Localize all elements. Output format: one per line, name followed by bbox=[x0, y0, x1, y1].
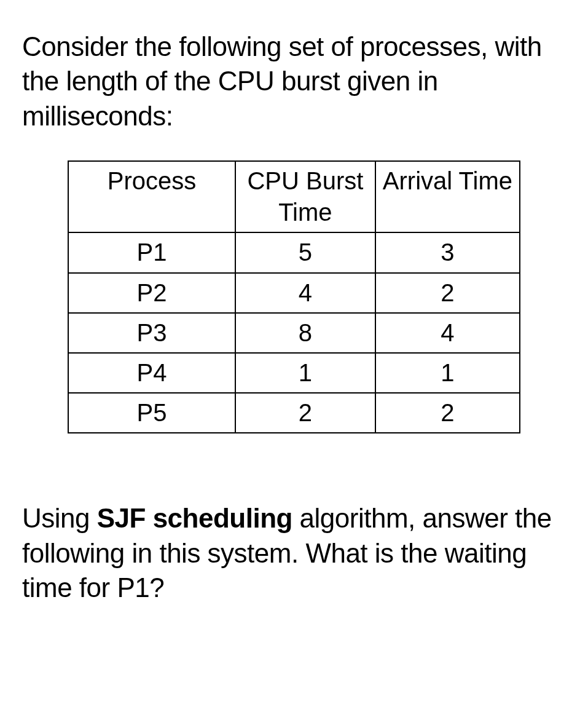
question-prefix: Using bbox=[22, 503, 97, 533]
process-table: Process CPU Burst Time Arrival Time P1 5… bbox=[68, 160, 520, 433]
table-header-row: Process CPU Burst Time Arrival Time bbox=[68, 161, 520, 232]
question-paragraph: Using SJF scheduling algorithm, answer t… bbox=[22, 501, 566, 605]
table-row: P3 8 4 bbox=[68, 313, 520, 353]
cell-burst: 2 bbox=[235, 393, 375, 433]
cell-arrival: 2 bbox=[375, 393, 520, 433]
cell-burst: 1 bbox=[235, 353, 375, 393]
cell-arrival: 3 bbox=[375, 232, 520, 272]
cell-arrival: 1 bbox=[375, 353, 520, 393]
header-process: Process bbox=[68, 161, 235, 232]
question-bold-term: SJF scheduling bbox=[97, 503, 292, 533]
table-row: P5 2 2 bbox=[68, 393, 520, 433]
cell-process: P4 bbox=[68, 353, 235, 393]
cell-arrival: 4 bbox=[375, 313, 520, 353]
cell-process: P2 bbox=[68, 273, 235, 313]
table-row: P1 5 3 bbox=[68, 232, 520, 272]
cell-burst: 4 bbox=[235, 273, 375, 313]
table-row: P4 1 1 bbox=[68, 353, 520, 393]
intro-paragraph: Consider the following set of processes,… bbox=[22, 30, 566, 133]
cell-process: P1 bbox=[68, 232, 235, 272]
header-cpu-burst: CPU Burst Time bbox=[235, 161, 375, 232]
cell-process: P5 bbox=[68, 393, 235, 433]
cell-process: P3 bbox=[68, 313, 235, 353]
header-arrival-time: Arrival Time bbox=[375, 161, 520, 232]
cell-burst: 5 bbox=[235, 232, 375, 272]
cell-burst: 8 bbox=[235, 313, 375, 353]
table-container: Process CPU Burst Time Arrival Time P1 5… bbox=[22, 160, 566, 433]
cell-arrival: 2 bbox=[375, 273, 520, 313]
table-row: P2 4 2 bbox=[68, 273, 520, 313]
